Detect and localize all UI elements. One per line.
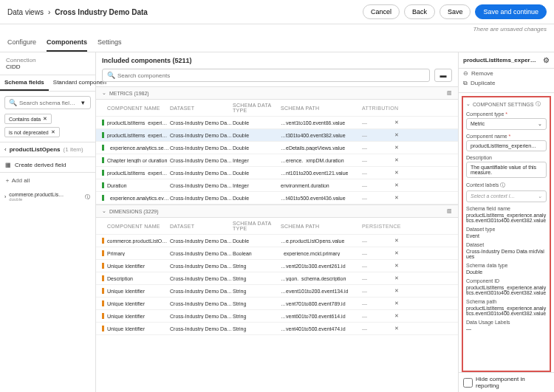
metrics-section-header[interactable]: ⌄ METRICS (1982) ▥ (96, 86, 458, 100)
chevron-left-icon[interactable]: ‹ (4, 146, 7, 153)
chevron-down-icon: ⌄ (466, 101, 471, 107)
table-row[interactable]: _experience.analytics.ses… Cross-Industr… (96, 142, 458, 154)
close-icon[interactable]: ✕ (391, 250, 402, 256)
close-icon[interactable]: ✕ (391, 182, 402, 188)
table-row[interactable]: _experience.analytics.eve… Cross-Industr… (96, 192, 458, 204)
schema-search-input[interactable] (19, 100, 76, 106)
schema-search[interactable]: 🔍 ▾ (4, 96, 91, 109)
close-icon[interactable]: ✕ (391, 288, 402, 294)
table-row[interactable]: Unique Identifier Cross-Industry Demo Da… (96, 285, 458, 298)
table-row[interactable]: Duration Cross-Industry Demo Dat… Intege… (96, 179, 458, 192)
schema-path: productListItems_experience.analytics.ev… (466, 306, 547, 316)
chevron-down-icon: ⌄ (102, 90, 106, 96)
subtab-schema-fields[interactable]: Schema fields (0, 75, 49, 91)
close-icon[interactable]: ✕ (391, 263, 402, 269)
filter-icon[interactable]: ▾ (79, 99, 86, 106)
close-icon[interactable]: ✕ (391, 157, 402, 163)
dataset-name: Cross-Industry Demo Data midValues (466, 249, 547, 259)
table-row[interactable]: Unique Identifier Cross-Industry Demo Da… (96, 323, 458, 335)
chip-contains-data[interactable]: Contains data✕ (4, 114, 52, 124)
info-icon[interactable]: ⓘ (83, 193, 91, 201)
dataset-type: Event (466, 233, 547, 238)
table-row[interactable]: Unique Identifier Cross-Industry Demo Da… (96, 310, 458, 323)
bar-chart-icon[interactable]: ▥ (447, 90, 452, 96)
add-all-button[interactable]: ＋ Add all (0, 173, 95, 188)
close-icon[interactable]: ✕ (51, 129, 55, 135)
chevron-right-icon: › (4, 194, 6, 199)
included-header: Included components (5211) (96, 52, 458, 69)
info-icon: ⓘ (500, 182, 505, 188)
close-icon[interactable]: ✕ (391, 313, 402, 319)
hide-component-checkbox[interactable] (463, 378, 473, 388)
table-row[interactable]: productListItems_experie… Cross-Industry… (96, 117, 458, 129)
duplicate-button[interactable]: ⧉Duplicate (463, 78, 550, 89)
remove-icon: ⊖ (463, 70, 468, 77)
context-labels-select[interactable]: Select a context l…⌄ (466, 190, 547, 202)
search-icon: 🔍 (9, 99, 16, 106)
close-icon[interactable]: ✕ (391, 120, 402, 125)
gear-icon[interactable]: ⚙ (543, 56, 550, 64)
close-icon[interactable]: ✕ (391, 326, 402, 331)
table-row[interactable]: productListItems_experie… Cross-Industry… (96, 129, 458, 142)
schema-field-item[interactable]: › commerce.productLis… double ⓘ (0, 188, 95, 205)
schema-field-name: productListItems_experience.analytics.ev… (466, 213, 547, 223)
breadcrumb: Data views › Cross Industry Demo Data (7, 8, 148, 16)
table-row[interactable]: Description Cross-Industry Demo Dat… Str… (96, 272, 458, 285)
remove-button[interactable]: ⊖Remove (463, 69, 550, 78)
chevron-down-icon: ⌄ (538, 193, 542, 199)
chevron-down-icon: ⌄ (102, 208, 106, 214)
chevron-down-icon: ⌄ (538, 121, 542, 127)
schema-data-type: Double (466, 269, 547, 275)
derived-icon: ▦ (4, 161, 12, 168)
component-id: productListItems_experience.analytics.ev… (466, 285, 547, 295)
table-row[interactable]: productListItems_experie… Cross-Industry… (96, 167, 458, 179)
table-row[interactable]: Unique Identifier Cross-Industry Demo Da… (96, 298, 458, 310)
tab-settings[interactable]: Settings (98, 34, 122, 52)
selected-component-title: productListItems_experience.anal… (463, 57, 537, 63)
close-icon[interactable]: ✕ (43, 116, 47, 122)
create-derived-field[interactable]: ▦ Create derived field (0, 157, 95, 173)
component-name-input[interactable]: productListItems_experien… (466, 140, 547, 151)
breadcrumb-current: Cross Industry Demo Data (55, 8, 148, 16)
save-continue-button[interactable]: Save and continue (475, 4, 547, 19)
components-search[interactable]: 🔍 (102, 69, 430, 82)
search-icon: 🔍 (107, 72, 114, 79)
description-input[interactable]: The quantifiable value of this measure. (466, 162, 547, 178)
unsaved-warning: There are unsaved changes (0, 24, 554, 34)
filter-icon: ▬ (440, 72, 447, 79)
close-icon[interactable]: ✕ (391, 238, 402, 244)
duplicate-icon: ⧉ (463, 80, 468, 87)
chip-not-deprecated[interactable]: is not deprecated✕ (4, 127, 60, 137)
table-row[interactable]: commerce.productListOp… Cross-Industry D… (96, 235, 458, 247)
close-icon[interactable]: ✕ (391, 300, 402, 306)
table-row[interactable]: Chapter length or duration Cross-Industr… (96, 154, 458, 167)
close-icon[interactable]: ✕ (391, 132, 402, 138)
connection-label: Connection (6, 57, 89, 63)
table-row[interactable]: Primary Cross-Industry Demo Dat… Boolean… (96, 247, 458, 260)
selected-field: productListOpens (10, 146, 61, 153)
breadcrumb-root[interactable]: Data views (7, 8, 44, 16)
cancel-button[interactable]: Cancel (363, 4, 400, 19)
info-icon[interactable]: ⓘ (536, 100, 541, 108)
data-usage-labels: — (466, 326, 547, 331)
filter-button[interactable]: ▬ (434, 69, 452, 82)
connection-value: CIDD (6, 63, 89, 70)
close-icon[interactable]: ✕ (391, 145, 402, 151)
table-row[interactable]: Unique Identifier Cross-Industry Demo Da… (96, 260, 458, 272)
component-type-select[interactable]: Metric ⌄ (466, 118, 547, 130)
components-search-input[interactable] (117, 72, 425, 79)
plus-icon: ＋ (4, 177, 10, 184)
bar-chart-icon[interactable]: ▥ (447, 208, 452, 214)
tab-components[interactable]: Components (47, 34, 87, 52)
close-icon[interactable]: ✕ (391, 170, 402, 176)
close-icon[interactable]: ✕ (391, 195, 402, 201)
tab-configure[interactable]: Configure (7, 34, 36, 52)
dimensions-section-header[interactable]: ⌄ DIMENSIONS (3229) ▥ (96, 204, 458, 218)
close-icon[interactable]: ✕ (391, 275, 402, 281)
save-button[interactable]: Save (440, 4, 471, 19)
back-button[interactable]: Back (404, 4, 435, 19)
